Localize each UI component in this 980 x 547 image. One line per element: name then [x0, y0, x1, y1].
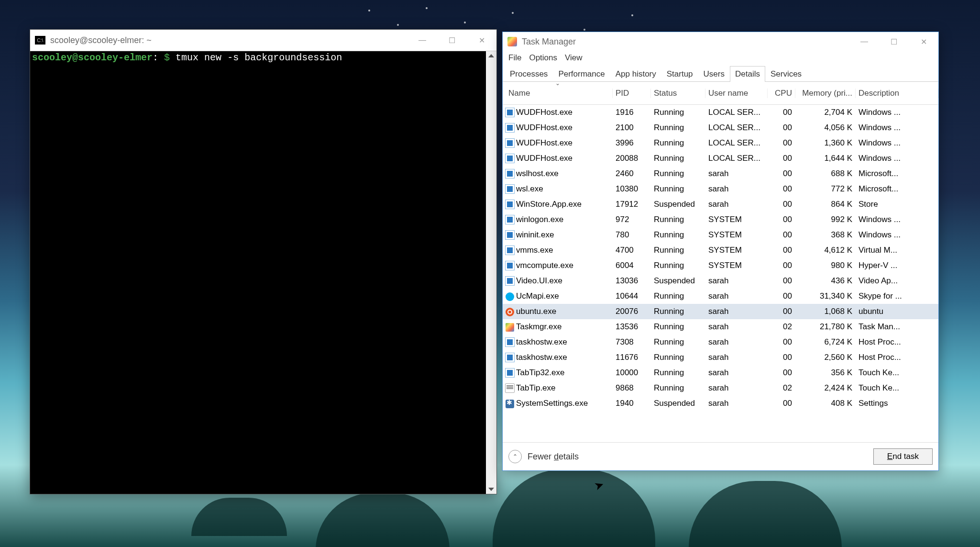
tab-details[interactable]: Details: [730, 66, 765, 82]
cell-pid: 10644: [613, 291, 651, 301]
tm-titlebar[interactable]: Task Manager — ☐ ✕: [503, 32, 938, 51]
tab-app-history[interactable]: App history: [610, 66, 661, 82]
cell-memory: 6,724 K: [795, 337, 856, 347]
table-row[interactable]: WUDFHost.exe3996RunningLOCAL SER...001,3…: [503, 135, 938, 151]
table-row[interactable]: taskhostw.exe7308Runningsarah006,724 KHo…: [503, 335, 938, 350]
col-header-memory[interactable]: Memory (pri...: [795, 89, 856, 98]
cell-cpu: 00: [768, 169, 795, 179]
cell-memory: 2,424 K: [795, 383, 856, 393]
table-row[interactable]: TabTip32.exe10000Runningsarah00356 KTouc…: [503, 365, 938, 380]
cell-name: taskhostw.exe: [515, 353, 613, 362]
table-row[interactable]: wsl.exe10380Runningsarah00772 KMicrosoft…: [503, 181, 938, 197]
tm-column-headers[interactable]: ⌄ Name PID Status User name CPU Memory (…: [503, 82, 938, 105]
table-row[interactable]: wininit.exe780RunningSYSTEM00368 KWindow…: [503, 227, 938, 243]
cell-cpu: 00: [768, 261, 795, 270]
cell-description: Settings: [856, 399, 938, 408]
cell-memory: 31,340 K: [795, 291, 856, 301]
cell-user: LOCAL SER...: [705, 154, 768, 163]
minimize-button[interactable]: —: [849, 31, 879, 52]
terminal-titlebar[interactable]: C:\ scooley@scooley-elmer: ~ — ☐ ✕: [30, 30, 496, 51]
process-icon: [506, 400, 514, 408]
tab-users[interactable]: Users: [698, 66, 730, 82]
process-icon: [506, 323, 514, 332]
cell-pid: 1916: [613, 108, 651, 117]
cell-description: Hyper-V ...: [856, 261, 938, 270]
minimize-button[interactable]: —: [407, 30, 437, 51]
table-row[interactable]: taskhostw.exe11676Runningsarah002,560 KH…: [503, 350, 938, 365]
cell-user: sarah: [705, 337, 768, 347]
table-row[interactable]: WinStore.App.exe17912Suspendedsarah00864…: [503, 197, 938, 212]
process-icon: [506, 308, 514, 316]
tab-performance[interactable]: Performance: [553, 66, 610, 82]
close-button[interactable]: ✕: [909, 31, 938, 52]
cell-memory: 356 K: [795, 368, 856, 378]
cell-name: TabTip.exe: [515, 383, 613, 393]
col-header-user[interactable]: User name: [705, 89, 768, 98]
table-row[interactable]: ubuntu.exe20076Runningsarah001,068 Kubun…: [503, 304, 938, 319]
menu-file[interactable]: File: [508, 53, 521, 63]
table-row[interactable]: Taskmgr.exe13536Runningsarah0221,780 KTa…: [503, 319, 938, 335]
cell-status: Running: [651, 108, 705, 117]
tm-rows-container[interactable]: WUDFHost.exe1916RunningLOCAL SER...002,7…: [503, 105, 938, 442]
tm-menu-bar: File Options View: [503, 51, 938, 66]
table-row[interactable]: vmms.exe4700RunningSYSTEM004,612 KVirtua…: [503, 243, 938, 258]
cell-user: SYSTEM: [705, 246, 768, 255]
process-icon: [505, 383, 515, 393]
tab-startup[interactable]: Startup: [661, 66, 698, 82]
cell-description: Task Man...: [856, 322, 938, 332]
table-row[interactable]: SystemSettings.exe1940Suspendedsarah0040…: [503, 396, 938, 411]
col-header-status[interactable]: Status: [651, 89, 705, 98]
cell-pid: 9868: [613, 383, 651, 393]
table-row[interactable]: TabTip.exe9868Runningsarah022,424 KTouch…: [503, 380, 938, 396]
menu-options[interactable]: Options: [529, 53, 557, 63]
fewer-details-button[interactable]: ⌃ Fewer details: [508, 450, 579, 463]
table-row[interactable]: Video.UI.exe13036Suspendedsarah00436 KVi…: [503, 273, 938, 289]
terminal-window: C:\ scooley@scooley-elmer: ~ — ☐ ✕ scool…: [30, 29, 497, 494]
cell-status: Running: [651, 322, 705, 332]
cell-status: Running: [651, 154, 705, 163]
col-header-description[interactable]: Description: [856, 89, 938, 98]
process-icon: [505, 138, 515, 148]
table-row[interactable]: WUDFHost.exe1916RunningLOCAL SER...002,7…: [503, 105, 938, 120]
tab-processes[interactable]: Processes: [505, 66, 553, 82]
cell-memory: 772 K: [795, 184, 856, 194]
maximize-button[interactable]: ☐: [437, 30, 467, 51]
tab-services[interactable]: Services: [765, 66, 807, 82]
menu-view[interactable]: View: [565, 53, 583, 63]
end-task-button[interactable]: End task: [873, 448, 933, 465]
cell-memory: 2,704 K: [795, 108, 856, 117]
cell-user: sarah: [705, 169, 768, 179]
terminal-app-icon: C:\: [35, 36, 45, 45]
cell-cpu: 00: [768, 291, 795, 301]
maximize-button[interactable]: ☐: [879, 31, 909, 52]
col-header-pid[interactable]: PID: [613, 89, 651, 98]
cell-cpu: 00: [768, 368, 795, 378]
cell-name: wsl.exe: [515, 184, 613, 194]
cell-pid: 780: [613, 230, 651, 240]
col-header-name[interactable]: Name: [503, 89, 613, 98]
sort-indicator-icon: ⌄: [555, 82, 560, 87]
cell-cpu: 00: [768, 353, 795, 362]
cell-memory: 992 K: [795, 215, 856, 224]
cell-cpu: 00: [768, 230, 795, 240]
process-icon: [505, 169, 515, 179]
table-row[interactable]: winlogon.exe972RunningSYSTEM00992 KWindo…: [503, 212, 938, 227]
table-row[interactable]: WUDFHost.exe20088RunningLOCAL SER...001,…: [503, 151, 938, 166]
close-button[interactable]: ✕: [467, 30, 496, 51]
cell-name: vmms.exe: [515, 246, 613, 255]
table-row[interactable]: UcMapi.exe10644Runningsarah0031,340 KSky…: [503, 289, 938, 304]
col-header-cpu[interactable]: CPU: [768, 89, 795, 98]
cell-name: WinStore.App.exe: [515, 200, 613, 209]
cell-memory: 436 K: [795, 276, 856, 286]
table-row[interactable]: WUDFHost.exe2100RunningLOCAL SER...004,0…: [503, 120, 938, 135]
cell-name: WUDFHost.exe: [515, 154, 613, 163]
cell-user: sarah: [705, 307, 768, 316]
cell-user: sarah: [705, 322, 768, 332]
process-icon: [505, 123, 515, 133]
table-row[interactable]: wslhost.exe2460Runningsarah00688 KMicros…: [503, 166, 938, 181]
cell-cpu: 02: [768, 383, 795, 393]
terminal-scrollbar[interactable]: [486, 51, 496, 494]
terminal-content[interactable]: scooley@scooley-elmer: $ tmux new -s bac…: [30, 51, 486, 494]
cell-user: SYSTEM: [705, 261, 768, 270]
table-row[interactable]: vmcompute.exe6004RunningSYSTEM00980 KHyp…: [503, 258, 938, 273]
